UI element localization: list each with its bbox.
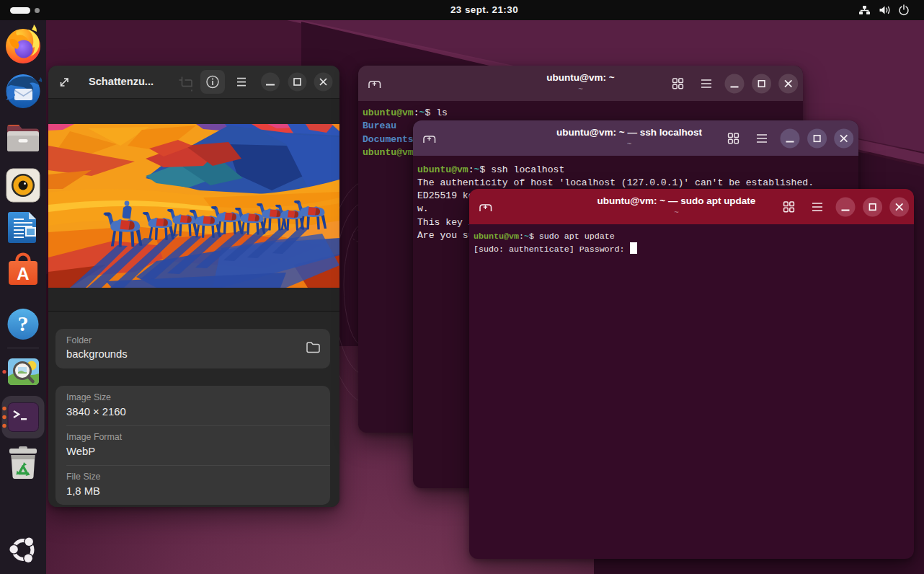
- svg-text:A: A: [17, 264, 29, 283]
- svg-text:?: ?: [18, 312, 29, 335]
